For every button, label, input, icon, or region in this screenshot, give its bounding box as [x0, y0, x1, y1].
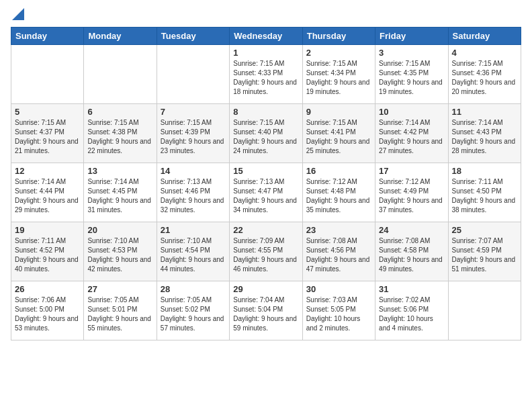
day-number: 13: [87, 166, 152, 176]
calendar: SundayMondayTuesdayWednesdayThursdayFrid…: [11, 27, 521, 340]
day-info: Sunrise: 7:15 AMSunset: 4:35 PMDaylight:…: [379, 59, 444, 97]
day-number: 24: [379, 225, 444, 235]
day-number: 26: [15, 284, 80, 294]
day-number: 17: [379, 166, 444, 176]
calendar-cell: 7Sunrise: 7:15 AMSunset: 4:39 PMDaylight…: [157, 104, 229, 163]
day-info: Sunrise: 7:14 AMSunset: 4:42 PMDaylight:…: [379, 118, 444, 156]
day-number: 12: [15, 166, 80, 176]
day-info: Sunrise: 7:12 AMSunset: 4:48 PMDaylight:…: [306, 177, 371, 215]
calendar-cell: 14Sunrise: 7:13 AMSunset: 4:46 PMDayligh…: [157, 163, 229, 222]
day-number: 14: [161, 166, 226, 176]
calendar-cell: 23Sunrise: 7:08 AMSunset: 4:56 PMDayligh…: [302, 222, 375, 281]
day-info: Sunrise: 7:15 AMSunset: 4:37 PMDaylight:…: [15, 118, 80, 156]
calendar-cell: 5Sunrise: 7:15 AMSunset: 4:37 PMDaylight…: [11, 104, 84, 163]
day-number: 29: [233, 284, 298, 294]
calendar-cell: [157, 45, 229, 104]
day-number: 3: [379, 48, 444, 58]
day-number: 31: [379, 284, 444, 294]
day-info: Sunrise: 7:14 AMSunset: 4:43 PMDaylight:…: [452, 118, 517, 156]
day-number: 23: [306, 225, 371, 235]
calendar-cell: [11, 45, 84, 104]
day-info: Sunrise: 7:08 AMSunset: 4:58 PMDaylight:…: [379, 236, 444, 274]
day-number: 10: [379, 107, 444, 117]
day-info: Sunrise: 7:11 AMSunset: 4:50 PMDaylight:…: [452, 177, 517, 215]
day-info: Sunrise: 7:12 AMSunset: 4:49 PMDaylight:…: [379, 177, 444, 215]
calendar-cell: 8Sunrise: 7:15 AMSunset: 4:40 PMDaylight…: [230, 104, 302, 163]
calendar-cell: 13Sunrise: 7:14 AMSunset: 4:45 PMDayligh…: [84, 163, 157, 222]
day-info: Sunrise: 7:07 AMSunset: 4:59 PMDaylight:…: [452, 236, 517, 274]
day-number: 8: [233, 107, 298, 117]
day-info: Sunrise: 7:03 AMSunset: 5:05 PMDaylight:…: [306, 295, 371, 333]
calendar-week-5: 26Sunrise: 7:06 AMSunset: 5:00 PMDayligh…: [11, 281, 521, 340]
day-info: Sunrise: 7:15 AMSunset: 4:33 PMDaylight:…: [233, 59, 298, 97]
calendar-cell: 21Sunrise: 7:10 AMSunset: 4:54 PMDayligh…: [157, 222, 229, 281]
day-header-monday: Monday: [84, 28, 157, 45]
calendar-cell: 15Sunrise: 7:13 AMSunset: 4:47 PMDayligh…: [230, 163, 302, 222]
day-number: 11: [452, 107, 517, 117]
day-number: 28: [161, 284, 226, 294]
day-number: 25: [452, 225, 517, 235]
calendar-cell: 31Sunrise: 7:02 AMSunset: 5:06 PMDayligh…: [375, 281, 448, 340]
calendar-cell: [448, 281, 521, 340]
day-info: Sunrise: 7:14 AMSunset: 4:45 PMDaylight:…: [87, 177, 152, 215]
day-info: Sunrise: 7:10 AMSunset: 4:53 PMDaylight:…: [87, 236, 152, 274]
calendar-cell: 18Sunrise: 7:11 AMSunset: 4:50 PMDayligh…: [448, 163, 521, 222]
day-header-friday: Friday: [375, 28, 448, 45]
day-header-tuesday: Tuesday: [157, 28, 229, 45]
day-number: 2: [306, 48, 371, 58]
day-info: Sunrise: 7:09 AMSunset: 4:55 PMDaylight:…: [233, 236, 298, 274]
calendar-cell: 9Sunrise: 7:15 AMSunset: 4:41 PMDaylight…: [302, 104, 375, 163]
day-number: 22: [233, 225, 298, 235]
calendar-cell: 22Sunrise: 7:09 AMSunset: 4:55 PMDayligh…: [230, 222, 302, 281]
calendar-cell: 16Sunrise: 7:12 AMSunset: 4:48 PMDayligh…: [302, 163, 375, 222]
calendar-cell: 28Sunrise: 7:05 AMSunset: 5:02 PMDayligh…: [157, 281, 229, 340]
day-info: Sunrise: 7:13 AMSunset: 4:46 PMDaylight:…: [161, 177, 226, 215]
day-info: Sunrise: 7:05 AMSunset: 5:01 PMDaylight:…: [87, 295, 152, 333]
day-info: Sunrise: 7:15 AMSunset: 4:38 PMDaylight:…: [87, 118, 152, 156]
day-info: Sunrise: 7:15 AMSunset: 4:40 PMDaylight:…: [233, 118, 298, 156]
day-number: 9: [306, 107, 371, 117]
calendar-cell: 11Sunrise: 7:14 AMSunset: 4:43 PMDayligh…: [448, 104, 521, 163]
calendar-cell: 12Sunrise: 7:14 AMSunset: 4:44 PMDayligh…: [11, 163, 84, 222]
calendar-cell: 19Sunrise: 7:11 AMSunset: 4:52 PMDayligh…: [11, 222, 84, 281]
day-info: Sunrise: 7:15 AMSunset: 4:34 PMDaylight:…: [306, 59, 371, 97]
day-number: 1: [233, 48, 298, 58]
logo: [11, 11, 24, 20]
day-info: Sunrise: 7:06 AMSunset: 5:00 PMDaylight:…: [15, 295, 80, 333]
day-info: Sunrise: 7:05 AMSunset: 5:02 PMDaylight:…: [161, 295, 226, 333]
page-header: [11, 11, 521, 20]
calendar-week-3: 12Sunrise: 7:14 AMSunset: 4:44 PMDayligh…: [11, 163, 521, 222]
day-number: 6: [87, 107, 152, 117]
day-info: Sunrise: 7:15 AMSunset: 4:36 PMDaylight:…: [452, 59, 517, 97]
calendar-cell: 24Sunrise: 7:08 AMSunset: 4:58 PMDayligh…: [375, 222, 448, 281]
day-number: 5: [15, 107, 80, 117]
day-info: Sunrise: 7:15 AMSunset: 4:39 PMDaylight:…: [161, 118, 226, 156]
day-header-saturday: Saturday: [448, 28, 521, 45]
day-header-wednesday: Wednesday: [230, 28, 302, 45]
calendar-cell: 30Sunrise: 7:03 AMSunset: 5:05 PMDayligh…: [302, 281, 375, 340]
calendar-cell: [84, 45, 157, 104]
day-number: 4: [452, 48, 517, 58]
day-info: Sunrise: 7:15 AMSunset: 4:41 PMDaylight:…: [306, 118, 371, 156]
calendar-cell: 1Sunrise: 7:15 AMSunset: 4:33 PMDaylight…: [230, 45, 302, 104]
day-header-sunday: Sunday: [11, 28, 84, 45]
calendar-cell: 29Sunrise: 7:04 AMSunset: 5:04 PMDayligh…: [230, 281, 302, 340]
logo-icon: [12, 8, 24, 20]
day-number: 30: [306, 284, 371, 294]
calendar-week-1: 1Sunrise: 7:15 AMSunset: 4:33 PMDaylight…: [11, 45, 521, 104]
calendar-cell: 17Sunrise: 7:12 AMSunset: 4:49 PMDayligh…: [375, 163, 448, 222]
calendar-cell: 10Sunrise: 7:14 AMSunset: 4:42 PMDayligh…: [375, 104, 448, 163]
calendar-cell: 3Sunrise: 7:15 AMSunset: 4:35 PMDaylight…: [375, 45, 448, 104]
day-info: Sunrise: 7:14 AMSunset: 4:44 PMDaylight:…: [15, 177, 80, 215]
day-number: 18: [452, 166, 517, 176]
day-number: 21: [161, 225, 226, 235]
calendar-header-row: SundayMondayTuesdayWednesdayThursdayFrid…: [11, 28, 521, 45]
day-info: Sunrise: 7:13 AMSunset: 4:47 PMDaylight:…: [233, 177, 298, 215]
calendar-cell: 26Sunrise: 7:06 AMSunset: 5:00 PMDayligh…: [11, 281, 84, 340]
day-header-thursday: Thursday: [302, 28, 375, 45]
day-number: 15: [233, 166, 298, 176]
calendar-week-4: 19Sunrise: 7:11 AMSunset: 4:52 PMDayligh…: [11, 222, 521, 281]
svg-marker-0: [12, 8, 24, 20]
calendar-cell: 25Sunrise: 7:07 AMSunset: 4:59 PMDayligh…: [448, 222, 521, 281]
day-number: 19: [15, 225, 80, 235]
